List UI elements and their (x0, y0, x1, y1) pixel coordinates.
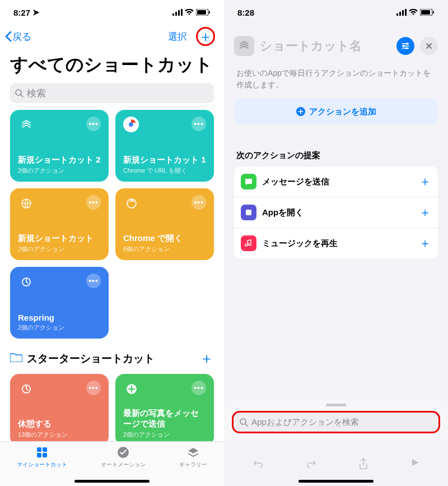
suggestion-item[interactable]: ミュージックを再生＋ (234, 228, 438, 258)
tab-bar: マイショートカットオートメーションギャラリー (0, 441, 224, 486)
shortcut-tile[interactable]: •••新規ショートカット2個のアクション (10, 188, 109, 260)
tab-icon (35, 445, 49, 460)
home-indicator (74, 480, 150, 483)
action-search-placeholder: Appおよびアクションを検索 (251, 417, 359, 428)
svg-rect-22 (396, 13, 398, 16)
tab-icon (186, 445, 200, 460)
tile-subtitle: 8個のアクション (123, 245, 206, 253)
suggestions-title: 次のアクションの提案 (224, 124, 448, 166)
shortcut-name-input[interactable]: ショートカット名 (260, 38, 391, 54)
svg-rect-24 (402, 10, 404, 16)
suggestion-label: メッセージを送信 (262, 177, 413, 187)
shortcut-tile[interactable]: •••新規ショートカット 1Chrome で URL を開く (115, 110, 214, 182)
tile-more-button[interactable]: ••• (192, 117, 206, 131)
svg-point-32 (403, 45, 405, 47)
settings-button[interactable] (396, 37, 414, 55)
sheet-grabber[interactable] (326, 404, 346, 406)
svg-rect-18 (43, 447, 47, 452)
back-label: 戻る (12, 30, 31, 43)
back-button[interactable]: 戻る (4, 30, 31, 43)
undo-button[interactable] (252, 457, 264, 474)
starter-grid: •••休憩する13個のアクション•••最新の写真をメッセージで送信2個のアクショ… (0, 374, 224, 446)
svg-line-38 (245, 424, 248, 426)
svg-rect-2 (178, 10, 180, 16)
tile-more-button[interactable]: ••• (86, 274, 101, 288)
add-starter-button[interactable]: ＋ (199, 349, 214, 368)
suggestion-label: Appを開く (262, 207, 413, 218)
search-icon (239, 418, 248, 427)
tile-name: 新規ショートカット 2 (18, 155, 101, 165)
tile-subtitle: 2個のアクション (123, 431, 206, 439)
page-title: すべてのショートカット (0, 50, 224, 83)
action-search-input[interactable]: Appおよびアクションを検索 (232, 411, 440, 433)
tile-name: 休憩する (18, 419, 101, 429)
shortcut-tile[interactable]: •••最新の写真をメッセージで送信2個のアクション (115, 374, 214, 446)
add-action-button[interactable]: アクションを追加 (234, 99, 438, 124)
svg-rect-17 (37, 447, 41, 452)
tile-more-button[interactable]: ••• (86, 195, 101, 210)
status-time: 8:27 (13, 8, 30, 17)
tile-more-button[interactable]: ••• (86, 381, 101, 395)
wifi-icon (409, 8, 418, 17)
suggestion-icon (241, 235, 256, 251)
tile-name: 最新の写真をメッセージで送信 (123, 408, 206, 429)
shortcut-icon-button[interactable] (234, 36, 254, 56)
svg-rect-27 (421, 10, 430, 15)
select-button[interactable]: 選択 (168, 30, 187, 43)
suggestion-label: ミュージックを再生 (262, 238, 413, 249)
share-button[interactable] (358, 457, 369, 474)
action-search-sheet[interactable]: Appおよびアクションを検索 (224, 399, 448, 441)
tab-item[interactable]: マイショートカット (17, 445, 67, 486)
tab-item[interactable]: ギャラリー (179, 445, 207, 486)
svg-point-30 (406, 43, 408, 45)
svg-rect-28 (433, 11, 434, 13)
play-button[interactable] (410, 457, 420, 474)
shortcut-tile[interactable]: •••休憩する13個のアクション (10, 374, 109, 446)
shortcut-tile[interactable]: •••Chrome で開く8個のアクション (115, 188, 214, 260)
tile-name: Respring (18, 313, 101, 322)
shortcut-tile[interactable]: •••Respring2個のアクション (10, 267, 109, 339)
svg-line-9 (21, 95, 23, 97)
status-bar: 8:28 (224, 0, 448, 25)
tile-more-button[interactable]: ••• (192, 195, 206, 210)
search-placeholder: 検索 (27, 87, 46, 100)
tile-name: 新規ショートカット (18, 233, 101, 244)
close-button[interactable] (420, 37, 438, 55)
svg-point-34 (405, 47, 408, 49)
suggestion-add-button[interactable]: ＋ (419, 204, 431, 221)
signal-icon (172, 8, 183, 17)
shortcuts-list-screen: 8:27➤ 戻る 選択 ＋ すべてのショートカット 検索 (0, 0, 224, 486)
tile-subtitle: 2個のアクション (18, 323, 101, 332)
status-bar: 8:27➤ (0, 0, 224, 25)
nav-bar: 戻る 選択 ＋ (0, 25, 224, 50)
add-action-label: アクションを追加 (309, 107, 376, 117)
tile-more-button[interactable]: ••• (86, 117, 101, 131)
shortcuts-grid: •••新規ショートカット 22個のアクション•••新規ショートカット 1Chro… (0, 110, 224, 339)
shortcut-tile[interactable]: •••新規ショートカット 22個のアクション (10, 110, 109, 182)
plus-circle-icon (296, 107, 306, 117)
tile-subtitle: 2個のアクション (18, 245, 101, 253)
suggestion-icon (241, 174, 256, 189)
hint-text: お使いのAppで毎日行うアクションのショートカットを作成します。 (224, 63, 448, 99)
redo-button[interactable] (305, 457, 318, 474)
tile-more-button[interactable]: ••• (192, 381, 206, 395)
search-input[interactable]: 検索 (10, 83, 214, 103)
battery-icon (196, 8, 211, 17)
tab-label: オートメーション (101, 461, 146, 469)
suggestion-item[interactable]: メッセージを送信＋ (234, 166, 438, 197)
suggestion-add-button[interactable]: ＋ (419, 235, 431, 252)
svg-rect-0 (172, 13, 174, 16)
suggestion-item[interactable]: Appを開く＋ (234, 197, 438, 228)
svg-rect-36 (246, 210, 251, 215)
tile-name: 新規ショートカット 1 (123, 155, 206, 165)
editor-toolbar (224, 457, 448, 474)
add-button[interactable]: ＋ (196, 27, 215, 46)
starter-section-header[interactable]: スターターショートカット ＋ (10, 349, 214, 368)
svg-rect-20 (43, 453, 47, 457)
tile-name: Chrome で開く (123, 233, 206, 244)
shortcut-editor-screen: 8:28 ショートカット名 お使いのAppで毎日行うアクションのショートカットを… (224, 0, 448, 486)
tile-subtitle: 13個のアクション (18, 431, 101, 439)
editor-header: ショートカット名 (224, 25, 448, 63)
tab-label: マイショートカット (17, 461, 67, 469)
suggestion-add-button[interactable]: ＋ (419, 173, 431, 190)
